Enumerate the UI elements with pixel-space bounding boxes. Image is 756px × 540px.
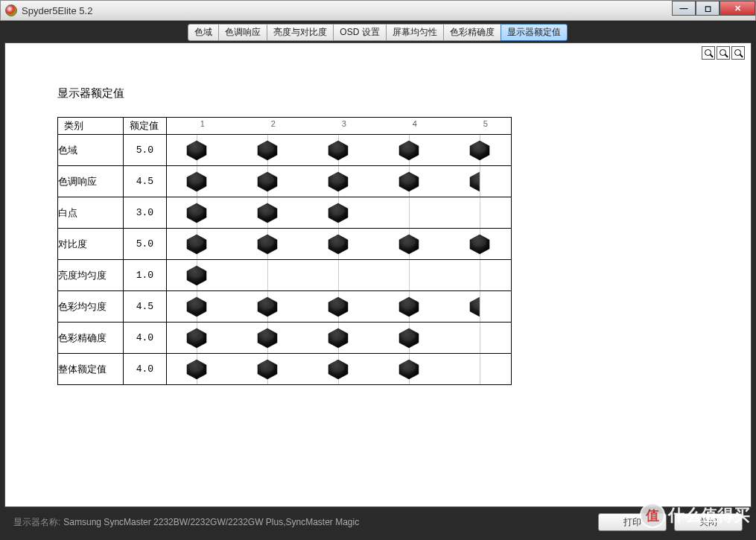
rating-marker-icon — [326, 140, 350, 161]
svg-point-0 — [190, 144, 203, 153]
svg-point-27 — [402, 331, 416, 340]
svg-point-18 — [190, 269, 203, 278]
rating-table: 类别 额定值 12345 色域5.0色调响应4.5白点3.0对比度5.0亮度均匀… — [57, 117, 512, 385]
svg-point-19 — [190, 300, 203, 309]
rating-marker-icon — [185, 265, 209, 286]
category-cell: 对比度 — [58, 229, 124, 260]
tab-6[interactable]: 显示器额定值 — [501, 24, 568, 41]
table-row: 整体额定值4.0 — [58, 354, 512, 385]
chart-cell — [166, 354, 511, 385]
chart-cell — [166, 197, 511, 229]
zoom-in-button[interactable] — [702, 46, 715, 60]
svg-point-6 — [261, 175, 274, 184]
chart-cell — [166, 260, 511, 291]
rating-marker-icon — [185, 234, 209, 255]
section-title: 显示器额定值 — [57, 86, 706, 101]
rating-marker-icon — [185, 296, 209, 317]
app-body: 色域色调响应亮度与对比度OSD 设置屏幕均匀性色彩精确度显示器额定值 显示器额定… — [0, 21, 756, 540]
content-inner: 显示器额定值 类别 额定值 12345 色域5.0色调响应4.5白点3.0对比度… — [5, 43, 751, 400]
rating-marker-icon — [397, 140, 421, 161]
value-cell: 3.0 — [123, 197, 166, 229]
svg-point-22 — [402, 300, 416, 309]
rating-marker-icon — [185, 140, 209, 161]
tab-5[interactable]: 色彩精确度 — [443, 24, 501, 41]
rating-marker-icon — [255, 171, 279, 192]
svg-point-14 — [261, 238, 274, 247]
svg-point-1 — [261, 144, 274, 153]
svg-point-16 — [402, 238, 416, 247]
svg-point-3 — [402, 144, 416, 153]
table-row: 色域5.0 — [58, 135, 512, 166]
rating-marker-icon — [255, 296, 279, 317]
content-frame: 显示器额定值 类别 额定值 12345 色域5.0色调响应4.5白点3.0对比度… — [4, 42, 752, 507]
rating-marker-icon — [255, 203, 279, 223]
svg-point-5 — [190, 175, 203, 184]
rating-marker-icon — [326, 234, 350, 255]
zoom-fit-button[interactable] — [731, 46, 745, 60]
svg-point-17 — [473, 238, 486, 247]
rating-marker-icon — [326, 296, 350, 317]
maximize-button[interactable]: ◻ — [696, 1, 720, 16]
category-cell: 色调响应 — [58, 166, 124, 197]
zoom-tools — [702, 46, 745, 60]
svg-point-21 — [331, 300, 345, 309]
chart-cell — [166, 166, 511, 197]
rating-marker-icon — [468, 140, 492, 161]
rating-marker-icon — [185, 171, 209, 192]
rating-marker-icon — [185, 359, 209, 380]
zoom-out-button[interactable] — [717, 46, 730, 60]
magnifier-minus-icon — [720, 49, 727, 57]
svg-point-29 — [261, 363, 274, 372]
col-header-chart: 12345 — [166, 118, 511, 135]
col-header-value: 额定值 — [123, 118, 166, 135]
svg-point-11 — [261, 206, 274, 215]
svg-point-15 — [331, 238, 345, 247]
chart-cell — [166, 323, 511, 354]
print-button[interactable]: 打印 — [598, 513, 667, 531]
rating-marker-icon — [255, 328, 279, 349]
tabbar: 色域色调响应亮度与对比度OSD 设置屏幕均匀性色彩精确度显示器额定值 — [4, 24, 752, 41]
chart-cell — [166, 135, 511, 166]
svg-point-2 — [331, 144, 345, 153]
table-row: 亮度均匀度1.0 — [58, 260, 512, 291]
table-row: 色彩均匀度4.5 — [58, 291, 512, 323]
rating-marker-icon — [255, 234, 279, 255]
category-cell: 白点 — [58, 197, 124, 229]
tab-2[interactable]: 亮度与对比度 — [267, 24, 334, 41]
tab-4[interactable]: 屏幕均匀性 — [386, 24, 444, 41]
scale-tick: 4 — [413, 119, 417, 128]
minimize-button[interactable]: — — [672, 1, 696, 16]
value-cell: 5.0 — [123, 135, 166, 166]
value-cell: 1.0 — [123, 260, 166, 291]
window-title: Spyder5Elite 5.2 — [22, 5, 92, 16]
svg-point-25 — [261, 331, 274, 340]
chart-cell — [166, 291, 511, 323]
rating-marker-icon — [326, 328, 350, 349]
rating-marker-icon — [468, 234, 492, 255]
monitor-name-label: 显示器名称: — [13, 516, 60, 529]
magnifier-plus-icon — [705, 49, 712, 57]
rating-marker-icon — [326, 171, 350, 192]
tab-3[interactable]: OSD 设置 — [333, 24, 386, 41]
value-cell: 4.0 — [123, 323, 166, 354]
rating-marker-icon — [397, 171, 421, 192]
tab-0[interactable]: 色域 — [188, 24, 219, 41]
rating-marker-icon — [255, 140, 279, 161]
window-controls: — ◻ ✕ — [672, 1, 755, 16]
tab-1[interactable]: 色调响应 — [218, 24, 267, 41]
category-cell: 色彩均匀度 — [58, 291, 124, 323]
svg-point-20 — [261, 300, 274, 309]
value-cell: 4.5 — [123, 166, 166, 197]
value-cell: 5.0 — [123, 229, 166, 260]
svg-point-24 — [190, 331, 203, 340]
table-row: 白点3.0 — [58, 197, 512, 229]
svg-point-4 — [473, 144, 486, 153]
svg-point-10 — [190, 206, 203, 215]
table-row: 对比度5.0 — [58, 229, 512, 260]
close-button[interactable]: ✕ — [720, 1, 755, 16]
close-app-button[interactable]: 关闭 — [674, 513, 743, 531]
magnifier-icon — [734, 49, 742, 57]
rating-marker-icon — [185, 328, 209, 349]
table-row: 色调响应4.5 — [58, 166, 512, 197]
svg-point-8 — [402, 175, 416, 184]
